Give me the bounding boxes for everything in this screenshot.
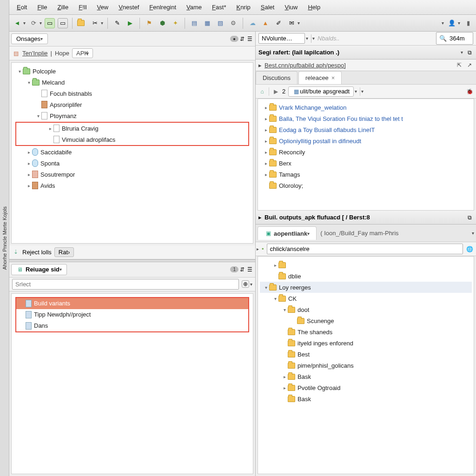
tree-item[interactable]: The shaneds [260, 326, 472, 337]
tree-item[interactable]: Apsroriplifer [13, 99, 251, 110]
run-icon[interactable]: ▶ [125, 18, 135, 28]
tree-item[interactable]: Oloroloy; [260, 180, 472, 191]
menu-fast*[interactable]: Fast* [207, 2, 231, 13]
volunte-combo[interactable] [258, 33, 305, 44]
rat-button[interactable]: Rat › [54, 247, 74, 257]
tree-item[interactable]: pime/pnhisl_golicans [260, 360, 472, 371]
mid-input[interactable] [267, 244, 463, 254]
tree-item[interactable]: ▸Avids [13, 180, 251, 191]
wand-icon[interactable]: ✎ [112, 18, 122, 28]
menu-eolt[interactable]: Eolt [12, 2, 32, 13]
tree-item[interactable]: ▾CK [260, 293, 472, 304]
tree-item[interactable]: ▸Vrark Michange_welation [260, 102, 472, 113]
editor-tab[interactable]: Discutions [256, 71, 298, 84]
app3-icon[interactable]: ✦ [170, 18, 180, 28]
menu-f!ll[interactable]: F!ll [74, 2, 91, 13]
dock-icon[interactable]: ⧉ [466, 49, 473, 56]
breadcrumb-b[interactable]: Hope [55, 50, 69, 57]
play-icon[interactable]: ▶ [272, 88, 279, 95]
collapse-icon[interactable]: ⇱ [456, 61, 463, 69]
tree-item[interactable]: ▾Ptoymanz [13, 110, 251, 121]
onsages-tab[interactable]: Onsages▾ [11, 33, 48, 44]
tree-item[interactable]: ▸Oplioniyllitig postall in difineudt [260, 135, 472, 146]
nav-combo[interactable]: ▦ ulit/bute apsgreadt [288, 86, 354, 97]
tree-item[interactable]: ▸Bask [260, 371, 472, 382]
tool1-icon[interactable]: ▤ [189, 18, 199, 28]
edit-icon[interactable]: ✐ [273, 18, 284, 28]
tool3-icon[interactable]: ▧ [215, 18, 225, 28]
tree-item[interactable]: ▸Balla, The Viqui Soration Fou tiniaz to… [260, 113, 472, 124]
tree-item[interactable]: ▸Blruria Cravig [16, 123, 248, 134]
menu-knrip[interactable]: Knrip [231, 2, 255, 13]
menu-icon[interactable]: ☰ [246, 35, 253, 43]
project-tree[interactable]: ▾Polcople▾MelcandFocuh bistnablsApsrorip… [11, 62, 253, 244]
tree-item[interactable]: ▾Melcand [13, 77, 251, 88]
menu-fenlregint[interactable]: Fenlregint [145, 2, 181, 13]
right-tree-2[interactable]: ▸dblie▾Loy reerges▾CK▾dootScunengeThe sh… [258, 256, 474, 474]
exit-icon[interactable]: ↗ [466, 61, 473, 69]
tree-item[interactable]: ▸ [260, 259, 472, 271]
menu-vnestef[interactable]: Vnestef [114, 2, 144, 13]
tree-item[interactable]: ▸Sponta [13, 158, 251, 169]
tree-item[interactable]: ▸Sosutrempor [13, 169, 251, 180]
aopentliank-tab[interactable]: ▣ aopentliank▾ [258, 226, 317, 240]
tree-item[interactable]: ▾Polcople [13, 66, 251, 77]
tree-item[interactable]: Bask [260, 393, 472, 404]
right-tree-1[interactable]: ▸Vrark Michange_welation▸Balla, The Viqu… [258, 99, 474, 211]
select-dd-icon[interactable]: ▾ [250, 282, 252, 287]
tree-item[interactable]: ▸Eodag a Toy Busiall oflabuds LineIT [260, 124, 472, 135]
target-icon[interactable]: ⊕ [242, 280, 249, 288]
tree-item[interactable]: ▸Saccidabife [13, 146, 251, 158]
close-icon[interactable]: × [331, 74, 335, 81]
mail-icon[interactable]: ✉ [286, 18, 297, 28]
menu-zille[interactable]: Zille [53, 2, 73, 13]
vertical-sidebar[interactable]: Ahorhe Pnncle Merte Kojols [0, 0, 9, 476]
filter2-icon[interactable]: ⇵ [238, 266, 246, 273]
user-icon[interactable]: 👤 [447, 18, 457, 28]
tree-item[interactable]: ityeld inges enforend [260, 337, 472, 349]
midtab-dd-icon[interactable]: ▾ [472, 231, 474, 236]
menu-vew[interactable]: Vew [93, 2, 113, 13]
editor-tab[interactable]: releacee× [298, 71, 342, 84]
tree-item[interactable]: Build variants [16, 298, 248, 309]
tree-item[interactable]: ▸Reconcily [260, 146, 472, 158]
card-icon[interactable]: ▭ [45, 18, 55, 28]
menu-help[interactable]: Help [303, 2, 325, 13]
tree-item[interactable]: ▸Pvotile Ogtroaid [260, 382, 472, 393]
stack-icon[interactable]: ▮ [463, 18, 473, 28]
tree-item[interactable]: ▾Loy reerges [260, 282, 472, 293]
tree-item[interactable]: Best [260, 349, 472, 360]
tree-item[interactable]: ▸Tamags [260, 169, 472, 180]
tree-item[interactable]: Focuh bistnabls [13, 88, 251, 99]
filter-icon[interactable]: ⇵ [238, 35, 246, 43]
home-icon[interactable]: ⌂ [258, 88, 266, 95]
tree-item[interactable]: Scunenge [260, 315, 472, 326]
menu-vame[interactable]: Vame [182, 2, 206, 13]
bug-icon[interactable]: 🐞 [466, 88, 473, 95]
reuage-tab[interactable]: 🖥 Reiuage sid▾ [11, 264, 67, 275]
right-path[interactable]: ▸Best.cnn/pufbabild aph/pespo] ⇱ ↗ [256, 60, 476, 71]
tool2-icon[interactable]: ▦ [202, 18, 212, 28]
breadcrumb-a[interactable]: Ten'Inplie [22, 50, 48, 57]
variant-list[interactable]: Build variantsTipp Newdph//projectDans [11, 293, 253, 475]
menu-salet[interactable]: Salet [256, 2, 279, 13]
dock2-icon[interactable]: ⧉ [466, 214, 473, 221]
back-icon[interactable]: ◄ [12, 18, 22, 28]
cut-icon[interactable]: ✂ [90, 18, 100, 28]
reload-icon[interactable]: ⟳ [28, 18, 39, 28]
menu-flle[interactable]: Flle [33, 2, 52, 13]
menu-viuw[interactable]: Viuw [280, 2, 302, 13]
tree-item[interactable]: Dans [16, 320, 248, 331]
tool4-icon[interactable]: ⚙ [228, 18, 238, 28]
tree-item[interactable]: Vimucial adroplifacs [16, 134, 248, 145]
select-input[interactable] [12, 279, 239, 290]
tree-item[interactable]: Tipp Newdph//project [16, 309, 248, 320]
globe-icon[interactable]: 🌐 [466, 245, 473, 253]
tree-item[interactable]: ▸Berx [260, 158, 472, 169]
search-input[interactable] [447, 33, 470, 43]
cloud-icon[interactable]: ☁ [247, 18, 258, 28]
window-icon[interactable]: ▭ [58, 18, 68, 28]
warn-icon[interactable]: ▲ [260, 18, 271, 28]
menu2-icon[interactable]: ☰ [246, 266, 253, 273]
tree-item[interactable]: ▾doot [260, 304, 472, 315]
